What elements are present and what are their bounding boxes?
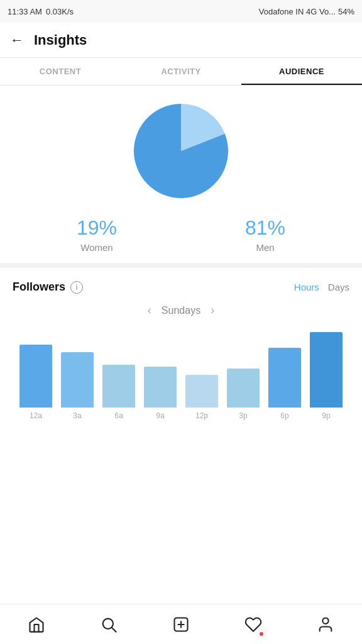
svg-point-5: [323, 618, 329, 623]
tabs-bar: CONTENT ACTIVITY AUDIENCE: [0, 58, 362, 86]
next-day-button[interactable]: ›: [211, 304, 214, 317]
bar: [61, 352, 94, 408]
bar-label: 3a: [73, 411, 81, 420]
info-icon[interactable]: i: [70, 281, 83, 294]
status-network: 0.03K/s: [46, 7, 74, 16]
bar: [102, 365, 135, 408]
status-bar: 11:33 AM 0.03K/s Vodafone IN 4G Vo... 54…: [0, 0, 362, 23]
bar: [19, 345, 52, 408]
gender-stats: 19% Women 81% Men: [0, 216, 362, 253]
main-content: 19% Women 81% Men Followers i Hours Days…: [0, 86, 362, 604]
bar: [310, 332, 343, 408]
status-carrier: Vodafone IN 4G Vo...: [259, 7, 336, 16]
men-label: Men: [256, 242, 274, 253]
status-battery: 54%: [338, 7, 354, 16]
bar-group: 9a: [140, 367, 181, 420]
bar: [185, 375, 218, 408]
men-stat: 81% Men: [245, 216, 285, 253]
followers-title-group: Followers i: [13, 280, 83, 294]
gender-pie-chart: [131, 101, 231, 201]
bar-label: 9p: [322, 411, 330, 420]
bar-group: 6p: [264, 348, 305, 420]
audience-gender-section: 19% Women 81% Men: [0, 86, 362, 268]
followers-header: Followers i Hours Days: [13, 280, 349, 294]
bar-group: 6a: [98, 365, 140, 420]
hours-button[interactable]: Hours: [294, 282, 319, 292]
nav-search[interactable]: [94, 609, 124, 640]
bar-group: 12p: [181, 375, 222, 420]
bar-label: 3p: [239, 411, 247, 420]
bar: [227, 369, 260, 408]
svg-line-1: [112, 628, 116, 631]
bar-group: 3a: [57, 352, 98, 420]
tab-audience[interactable]: AUDIENCE: [241, 58, 362, 85]
days-button[interactable]: Days: [328, 282, 349, 292]
header: ← Insights: [0, 23, 362, 58]
bar-group: 3p: [222, 369, 264, 420]
nav-add[interactable]: [166, 609, 196, 640]
nav-heart[interactable]: [238, 609, 268, 640]
bottom-nav: [0, 604, 362, 644]
bar: [268, 348, 301, 408]
men-percent: 81%: [245, 216, 285, 240]
bar-group: 12a: [15, 345, 57, 420]
page-title: Insights: [34, 32, 87, 48]
prev-day-button[interactable]: ‹: [148, 304, 151, 317]
women-percent: 19%: [77, 216, 117, 240]
women-label: Women: [80, 242, 112, 253]
followers-section: Followers i Hours Days ‹ Sundays › 12a3a…: [0, 268, 362, 435]
bar-label: 6a: [114, 411, 123, 420]
followers-title: Followers: [13, 280, 65, 294]
bar-label: 12a: [30, 411, 42, 420]
followers-bar-chart: 12a3a6a9a12p3p6p9p: [13, 332, 349, 420]
time-toggle: Hours Days: [294, 282, 349, 292]
bar-label: 12p: [195, 411, 208, 420]
bar-label: 6p: [280, 411, 288, 420]
tab-activity[interactable]: ACTIVITY: [121, 58, 241, 85]
day-navigator: ‹ Sundays ›: [13, 304, 349, 317]
women-stat: 19% Women: [77, 216, 117, 253]
status-time: 11:33 AM: [8, 7, 42, 16]
bar: [144, 367, 177, 408]
day-label: Sundays: [162, 305, 200, 316]
bar-group: 9p: [305, 332, 347, 420]
notification-dot: [260, 632, 263, 636]
nav-home[interactable]: [21, 609, 52, 640]
back-button[interactable]: ←: [10, 33, 24, 47]
nav-profile[interactable]: [310, 609, 341, 640]
bar-label: 9a: [156, 411, 164, 420]
tab-content[interactable]: CONTENT: [0, 58, 121, 85]
